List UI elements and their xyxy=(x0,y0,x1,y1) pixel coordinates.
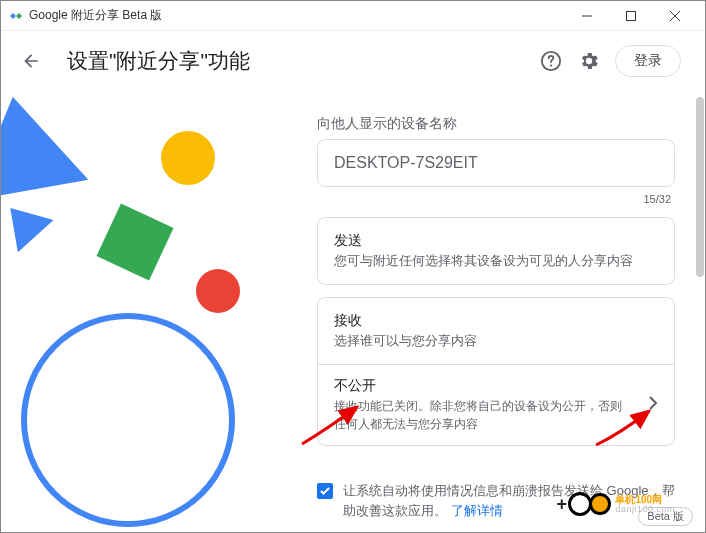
triangle-shape xyxy=(0,192,54,252)
learn-more-link[interactable]: 了解详情 xyxy=(451,503,503,518)
svg-point-5 xyxy=(550,64,552,66)
svg-rect-1 xyxy=(627,11,636,20)
receive-card: 接收 选择谁可以与您分享内容 不公开 接收功能已关闭。除非您将自己的设备设为公开… xyxy=(317,297,675,446)
triangle-shape xyxy=(0,86,88,200)
app-header: 设置"附近分享"功能 登录 xyxy=(1,31,705,91)
receive-option-title: 不公开 xyxy=(334,377,638,395)
char-counter: 15/32 xyxy=(317,193,675,205)
receive-option-sub: 接收功能已关闭。除非您将自己的设备设为公开，否则任何人都无法与您分享内容 xyxy=(334,397,624,433)
window-titlebar: Google 附近分享 Beta 版 xyxy=(1,1,705,31)
circle-shape xyxy=(161,131,215,185)
main-content: 向他人显示的设备名称 15/32 发送 您可与附近任何选择将其设备设为可见的人分… xyxy=(301,91,705,532)
scrollbar[interactable] xyxy=(695,91,705,532)
receive-option-row[interactable]: 不公开 接收功能已关闭。除非您将自己的设备设为公开，否则任何人都无法与您分享内容 xyxy=(318,364,674,445)
telemetry-row: 让系统自动将使用情况信息和崩溃报告发送给 Google，帮助改善这款应用。 了解… xyxy=(317,475,675,520)
square-shape xyxy=(96,203,173,280)
window-controls xyxy=(565,2,697,30)
telemetry-checkbox[interactable] xyxy=(317,483,333,499)
device-name-input[interactable] xyxy=(334,154,658,172)
device-name-label: 向他人显示的设备名称 xyxy=(317,115,675,133)
close-button[interactable] xyxy=(653,2,697,30)
window-title: Google 附近分享 Beta 版 xyxy=(29,7,162,24)
device-name-card xyxy=(317,139,675,187)
circle-shape xyxy=(196,269,240,313)
signin-button[interactable]: 登录 xyxy=(615,45,681,77)
maximize-button[interactable] xyxy=(609,2,653,30)
ring-shape xyxy=(21,313,235,527)
back-button[interactable] xyxy=(19,49,43,73)
send-title: 发送 xyxy=(334,232,658,250)
send-subtitle: 您可与附近任何选择将其设备设为可见的人分享内容 xyxy=(334,252,658,270)
decoration-panel xyxy=(1,91,301,532)
app-icon xyxy=(9,12,23,20)
chevron-right-icon[interactable] xyxy=(648,395,658,415)
send-card[interactable]: 发送 您可与附近任何选择将其设备设为可见的人分享内容 xyxy=(317,217,675,285)
receive-title: 接收 xyxy=(334,312,658,330)
beta-badge: Beta 版 xyxy=(638,507,693,526)
settings-icon[interactable] xyxy=(577,49,601,73)
minimize-button[interactable] xyxy=(565,2,609,30)
telemetry-text: 让系统自动将使用情况信息和崩溃报告发送给 Google，帮助改善这款应用。 了解… xyxy=(343,481,675,520)
receive-subtitle: 选择谁可以与您分享内容 xyxy=(334,332,658,350)
page-title: 设置"附近分享"功能 xyxy=(67,47,250,75)
scrollbar-thumb[interactable] xyxy=(696,97,704,277)
help-icon[interactable] xyxy=(539,49,563,73)
